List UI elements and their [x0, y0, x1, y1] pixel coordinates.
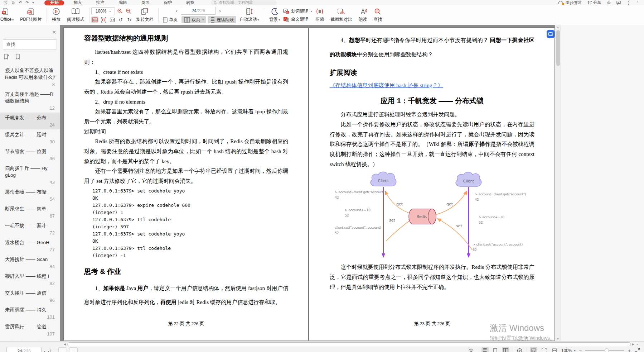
- undo-icon[interactable]: ↶: [19, 0, 22, 5]
- ribbon-tab[interactable]: 保护: [156, 0, 179, 5]
- vertical-scrollbar[interactable]: ▲ ▼: [555, 25, 561, 341]
- pdf-to-image-button[interactable]: PDF转图片: [17, 7, 45, 23]
- single-page-mode-button[interactable]: 单页: [160, 16, 180, 23]
- toc-item[interactable]: 层峦叠嶂 —— 布隆 54: [0, 187, 60, 204]
- screenshot-compare-button[interactable]: 截图和对比: [327, 7, 355, 23]
- toc-item[interactable]: 一毛不拔 —— 漏斗 72: [0, 220, 60, 237]
- actual-size-icon[interactable]: 1:1: [530, 347, 537, 352]
- fit-page-button[interactable]: [100, 16, 107, 23]
- toc-item[interactable]: 千帆竞发 —— 分布 24: [0, 113, 60, 129]
- rotate-document-button[interactable]: 旋转文档: [133, 7, 156, 23]
- sync-status[interactable]: 同步异常: [558, 0, 582, 5]
- play-mode-icon[interactable]: [516, 347, 523, 352]
- background-button[interactable]: 背景▾: [266, 7, 283, 23]
- zoom-slider-knob[interactable]: [605, 348, 609, 352]
- fullscreen-icon[interactable]: [634, 347, 641, 352]
- zoom-out-button[interactable]: −: [578, 348, 582, 352]
- statusbar-zoom-select[interactable]: 100%▾: [561, 348, 576, 352]
- zoom-in-button[interactable]: [125, 8, 132, 14]
- settings-gear-icon[interactable]: ⚙: [607, 0, 611, 5]
- toc-item[interactable]: 节衣缩食 —— 位图 36: [0, 146, 60, 163]
- scroll-up-icon[interactable]: ▲: [555, 26, 561, 29]
- page-number-input[interactable]: 24/226: [181, 7, 216, 15]
- next-page-button[interactable]: ›: [44, 348, 45, 352]
- find-button[interactable]: 查找: [370, 7, 385, 23]
- full-translate-button[interactable]: A文 全文翻译: [283, 16, 312, 22]
- continuous-reading-button[interactable]: 连续阅读: [208, 16, 236, 23]
- ribbon-tab[interactable]: 开始: [44, 0, 64, 5]
- eye-protection-icon[interactable]: [468, 347, 475, 352]
- save-icon[interactable]: [4, 1, 8, 5]
- fit-width-icon[interactable]: [551, 347, 558, 352]
- compress-button[interactable]: 压缩: [312, 7, 327, 23]
- ribbon-tab[interactable]: 批注: [89, 0, 111, 5]
- scroll-right-icon[interactable]: ▶: [632, 343, 634, 346]
- ribbon-tab[interactable]: 转换: [179, 0, 202, 5]
- auto-scroll-button[interactable]: 自动滚动▾: [236, 7, 262, 23]
- horizontal-scrollbar-thumb[interactable]: [67, 342, 631, 346]
- ai-assistant-button[interactable]: [547, 30, 555, 38]
- toc-item[interactable]: 雷厉风行 —— 管道 107: [0, 322, 60, 338]
- history-forward-button[interactable]: →: [69, 347, 78, 352]
- global-search[interactable]: 查找功能、文档内容: [211, 0, 277, 5]
- toc-item[interactable]: 鞭辟入里 —— 线程 I 92: [0, 271, 60, 288]
- convert-to-office-button[interactable]: W 转Office▾: [0, 7, 17, 23]
- toc-item[interactable]: 同舟共济 —— 事务 111: [0, 338, 60, 341]
- zoom-out-button[interactable]: [116, 8, 124, 14]
- toc-item[interactable]: 四两拨千斤 —— Hy gLog 43: [0, 163, 60, 187]
- history-back-button[interactable]: ←: [58, 347, 67, 352]
- actual-size-button[interactable]: 1:1: [91, 16, 98, 23]
- add-bookmark-icon[interactable]: [4, 54, 9, 60]
- double-page-mode-icon[interactable]: [502, 347, 509, 352]
- redo-icon[interactable]: ↷: [25, 0, 29, 5]
- double-page-mode-button[interactable]: 双页▾: [181, 16, 206, 23]
- read-aloud-button[interactable]: 朗读: [355, 7, 370, 23]
- reading-link[interactable]: 《存结构体信息到底该使用 hash 还是 string？》: [330, 82, 443, 88]
- toc-item[interactable]: 交头接耳 —— 通信 96: [0, 288, 60, 305]
- toc-item[interactable]: 万丈高楼平地起 ——R 础数据结构 12: [0, 89, 60, 113]
- toc-search[interactable]: [3, 39, 57, 49]
- toc-item[interactable]: 缓兵之计 —— 延时 30: [0, 129, 60, 146]
- paragraph: 《存结构体信息到底该使用 hash 还是 string？》: [330, 80, 534, 90]
- next-page-button[interactable]: ›: [217, 8, 223, 14]
- toc-item[interactable]: 未雨绸缪 —— 持久 101: [0, 305, 60, 322]
- fit-width-button[interactable]: [108, 16, 116, 23]
- more-commands-icon[interactable]: ▾: [32, 0, 34, 5]
- auto-scroll-icon: [245, 8, 253, 15]
- scroll-down-icon[interactable]: ▼: [555, 337, 561, 341]
- scroll-left-icon[interactable]: ◀: [64, 343, 66, 346]
- scrollbar-corner-icon[interactable]: ▾: [636, 343, 638, 346]
- toc-item[interactable]: 大海捞针 —— Scan 84: [0, 254, 60, 271]
- ribbon-tab[interactable]: 插入: [66, 0, 89, 5]
- close-panel-icon[interactable]: ✕: [52, 29, 56, 35]
- feedback-icon[interactable]: [616, 1, 621, 5]
- ribbon-tab[interactable]: 编辑: [111, 0, 134, 5]
- vertical-scrollbar-thumb[interactable]: [556, 30, 560, 66]
- last-page-button[interactable]: ›|: [48, 348, 51, 352]
- continuous-mode-icon[interactable]: [481, 347, 489, 352]
- fit-page-icon[interactable]: [541, 347, 548, 352]
- bookmark-icon[interactable]: [15, 54, 20, 60]
- statusbar-page-input[interactable]: 24 / 226: [6, 347, 42, 352]
- rotate-left-icon[interactable]: ↺: [117, 16, 124, 23]
- ribbon-tab[interactable]: 页面: [134, 0, 156, 5]
- single-page-mode-icon[interactable]: [492, 347, 499, 352]
- toc-item[interactable]: 授人以鱼不若授人以渔 Redis 可以用来做什么? 8: [0, 65, 60, 89]
- word-translate-button[interactable]: A中 划词翻译▾: [283, 8, 312, 14]
- zoom-select[interactable]: 100%▾: [91, 7, 115, 15]
- read-mode-button[interactable]: 阅读模式: [64, 7, 87, 23]
- toc-item[interactable]: 近水楼台 —— GeoH 77: [0, 237, 60, 254]
- rotate-right-icon[interactable]: ↻: [126, 16, 133, 23]
- zoom-in-button[interactable]: +: [628, 348, 631, 352]
- zoom-slider[interactable]: [585, 350, 624, 351]
- set-label-left: set: [389, 218, 395, 223]
- print-icon[interactable]: [11, 1, 15, 5]
- previous-page-button[interactable]: ‹: [174, 8, 179, 14]
- toc-search-input[interactable]: [3, 40, 57, 48]
- collapse-ribbon-icon[interactable]: ⌃: [636, 1, 639, 5]
- toc-item[interactable]: 断尾求生 —— 简单 67: [0, 204, 60, 220]
- horizontal-scrollbar[interactable]: ◀ ▶ ▾: [64, 342, 638, 346]
- share-button[interactable]: 分享: [588, 0, 601, 5]
- more-menu-icon[interactable]: ⋮: [626, 0, 631, 5]
- play-button[interactable]: 播放: [49, 7, 64, 23]
